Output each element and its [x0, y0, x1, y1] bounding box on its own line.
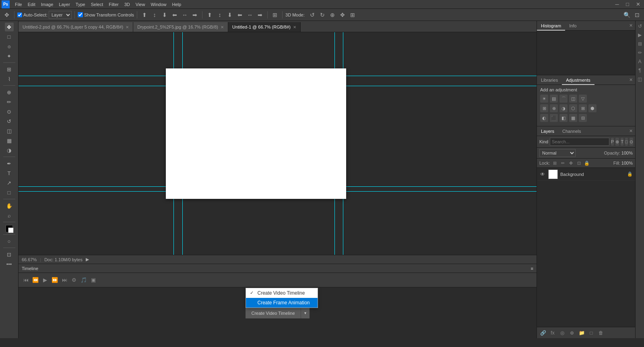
sidebar-text[interactable]: A: [636, 58, 644, 65]
dropdown-create-video[interactable]: ✓ Create Video Timeline: [246, 288, 318, 298]
tl-go-end[interactable]: ⏭: [60, 276, 68, 284]
menu-view[interactable]: View: [133, 0, 148, 9]
tab-drypoint[interactable]: Drypoint.2_5%2F5.jpg @ 16.7% (RGB/8) ✕: [133, 22, 228, 32]
tab-channels[interactable]: Channels: [558, 126, 585, 136]
create-timeline-button[interactable]: Create Video Timeline: [246, 308, 300, 318]
align-hcenter[interactable]: ↔: [180, 10, 189, 19]
tab-untitled1[interactable]: Untitled-1 @ 66.7% (RGB/8#) ✕: [228, 22, 301, 32]
align-bottom[interactable]: ⬇: [160, 10, 169, 19]
adj-bw[interactable]: ◑: [559, 104, 568, 112]
close-btn[interactable]: ✕: [634, 0, 642, 9]
zoom-tool[interactable]: ⌕: [5, 211, 14, 220]
new-adj-btn[interactable]: ⊕: [568, 329, 576, 337]
background-color[interactable]: [8, 227, 14, 233]
eyedropper-tool[interactable]: ⌇: [5, 74, 14, 83]
tab-layers[interactable]: Layers: [537, 126, 558, 136]
create-dropdown-arrow[interactable]: ▾: [301, 308, 310, 318]
lock-pixels[interactable]: ✏: [559, 160, 566, 166]
link-layers-btn[interactable]: 🔗: [539, 329, 547, 337]
adj-hsl[interactable]: ⊞: [540, 104, 548, 112]
adj-exposure[interactable]: ◫: [569, 95, 577, 103]
adj-gradient-map[interactable]: ▦: [569, 114, 577, 122]
restore-btn[interactable]: □: [623, 0, 632, 9]
history-brush-tool[interactable]: ↺: [5, 117, 14, 126]
filter-text[interactable]: T: [621, 138, 623, 146]
filter-adj[interactable]: ⊕: [615, 138, 619, 146]
align-top[interactable]: ⬆: [140, 10, 149, 19]
lock-artboard[interactable]: ⊡: [576, 160, 582, 166]
align-left[interactable]: ⬅: [170, 10, 179, 19]
adj-color-lookup[interactable]: ⬢: [588, 104, 597, 112]
tl-render[interactable]: ▣: [89, 276, 97, 284]
menu-filter[interactable]: Filter: [106, 0, 121, 9]
text-tool[interactable]: T: [5, 169, 14, 178]
tl-audio[interactable]: 🎵: [80, 276, 88, 284]
adj-photo-filter[interactable]: ⬡: [569, 104, 577, 112]
3d-btn1[interactable]: ↺: [308, 10, 317, 19]
tab-untitled2[interactable]: Untitled-2.psd @ 66.7% (Layer 5 copy 44,…: [19, 22, 133, 32]
opacity-value[interactable]: 100%: [621, 151, 633, 155]
adj-vibrance[interactable]: ▽: [579, 95, 587, 103]
menu-select[interactable]: Select: [88, 0, 106, 9]
move-tool-btn[interactable]: ✥: [2, 10, 11, 19]
3d-btn4[interactable]: ✥: [338, 10, 347, 19]
layers-close[interactable]: ✕: [627, 128, 635, 134]
3d-btn3[interactable]: ⊕: [328, 10, 337, 19]
align-extra[interactable]: ⊞: [270, 10, 279, 19]
sidebar-para[interactable]: ¶: [636, 67, 644, 74]
adj-channel-mixer[interactable]: ⊞: [579, 104, 587, 112]
timeline-menu-btn[interactable]: ≡: [531, 266, 533, 271]
layer-vis-eye[interactable]: 👁: [539, 171, 546, 178]
lasso-tool[interactable]: ⌾: [5, 42, 14, 51]
menu-image[interactable]: Image: [38, 0, 56, 9]
healing-tool[interactable]: ⊕: [5, 88, 14, 97]
new-group-btn[interactable]: 📁: [578, 329, 585, 337]
dodge-tool[interactable]: ◑: [5, 146, 14, 155]
show-transform-checkbox[interactable]: [78, 12, 83, 17]
marquee-rect-tool[interactable]: □: [5, 32, 14, 41]
filter-smart[interactable]: ⊙: [630, 138, 633, 146]
blend-mode-select[interactable]: Normal Multiply Screen: [539, 149, 576, 157]
layer-select[interactable]: Layer Group: [49, 11, 72, 19]
3d-btn5[interactable]: ⊞: [348, 10, 357, 19]
filter-shape[interactable]: □: [625, 138, 628, 146]
dist-right[interactable]: ➡: [256, 10, 264, 19]
search-btn[interactable]: 🔍: [622, 10, 631, 19]
foreground-color[interactable]: [6, 225, 13, 232]
menu-type[interactable]: Type: [73, 0, 88, 9]
add-mask-btn[interactable]: ◎: [559, 329, 566, 337]
status-arrow[interactable]: ▶: [86, 257, 89, 262]
adj-posterize[interactable]: ⬛: [550, 114, 558, 122]
sidebar-3d[interactable]: ◫: [636, 76, 644, 83]
tl-go-start[interactable]: ⏮: [22, 276, 30, 284]
tab-drypoint-close[interactable]: ✕: [221, 25, 224, 29]
brush-tool[interactable]: ✏: [5, 97, 14, 106]
menu-edit[interactable]: Edit: [25, 0, 38, 9]
adj-colorbalance[interactable]: ⊕: [550, 104, 558, 112]
pen-tool[interactable]: ✒: [5, 159, 14, 168]
menu-3d[interactable]: 3D: [122, 0, 133, 9]
tab-untitled2-close[interactable]: ✕: [126, 25, 129, 29]
histogram-close[interactable]: ✕: [627, 23, 635, 28]
adj-selective-color[interactable]: ⊟: [579, 114, 587, 122]
delete-layer-btn[interactable]: 🗑: [597, 329, 605, 337]
extra-tool[interactable]: •••: [5, 260, 14, 269]
tab-untitled1-close[interactable]: ✕: [293, 25, 296, 29]
adj-levels[interactable]: ▤: [550, 95, 558, 103]
crop-tool[interactable]: ⊞: [5, 65, 14, 74]
move-tool[interactable]: ✥: [5, 23, 14, 31]
lock-all[interactable]: 🔒: [584, 160, 590, 166]
menu-window[interactable]: Window: [148, 0, 169, 9]
menu-file[interactable]: File: [12, 0, 25, 9]
eraser-tool[interactable]: ◫: [5, 126, 14, 135]
tl-play[interactable]: ▶: [41, 276, 49, 284]
filter-type[interactable]: P: [611, 138, 614, 146]
screen-mode-tool[interactable]: ⊡: [5, 250, 14, 259]
sidebar-properties[interactable]: ⊞: [636, 40, 644, 48]
dist-top[interactable]: ⬆: [205, 10, 214, 19]
gradient-tool[interactable]: ▦: [5, 136, 14, 145]
sidebar-history[interactable]: ↺: [636, 23, 644, 30]
tl-prev-frame[interactable]: ⏪: [31, 276, 39, 284]
auto-select-checkbox[interactable]: [17, 12, 22, 17]
fill-value[interactable]: 100%: [621, 161, 633, 165]
